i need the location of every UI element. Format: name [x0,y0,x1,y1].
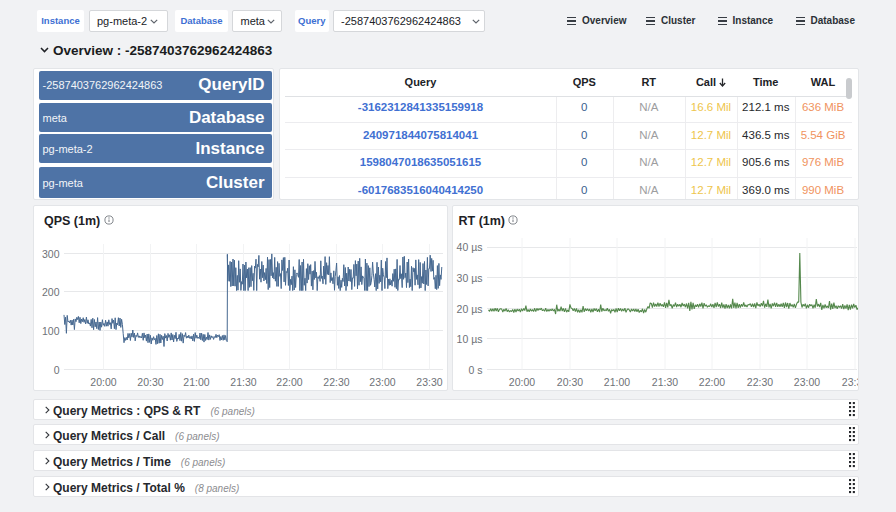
svg-text:22:00: 22:00 [698,376,724,388]
svg-text:40 µs: 40 µs [456,241,482,253]
svg-text:23:30: 23:30 [416,376,442,388]
svg-text:21:30: 21:30 [230,376,256,388]
svg-text:300: 300 [42,248,60,260]
svg-text:10 µs: 10 µs [456,333,482,345]
svg-text:22:30: 22:30 [323,376,349,388]
svg-text:0 s: 0 s [468,364,482,376]
svg-text:22:00: 22:00 [276,376,302,388]
svg-text:100: 100 [42,325,60,337]
svg-text:30 µs: 30 µs [456,272,482,284]
svg-text:22:30: 22:30 [746,376,772,388]
svg-text:20:30: 20:30 [556,376,582,388]
svg-text:0: 0 [54,364,60,376]
svg-text:20 µs: 20 µs [456,303,482,315]
svg-text:21:00: 21:00 [603,376,629,388]
svg-text:21:30: 21:30 [651,376,677,388]
svg-text:20:00: 20:00 [90,376,116,388]
svg-text:20:00: 20:00 [508,376,534,388]
svg-text:23:30: 23:30 [841,376,857,388]
svg-text:21:00: 21:00 [183,376,209,388]
svg-text:23:00: 23:00 [793,376,819,388]
svg-text:200: 200 [42,286,60,298]
svg-text:20:30: 20:30 [137,376,163,388]
svg-text:23:00: 23:00 [369,376,395,388]
